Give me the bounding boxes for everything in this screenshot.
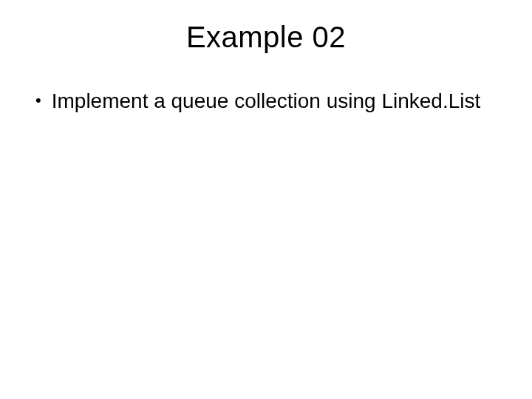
list-item: • Implement a queue collection using Lin… [35, 88, 502, 115]
slide-title: Example 02 [118, 21, 414, 54]
slide-container: Example 02 • Implement a queue collectio… [0, 0, 532, 399]
bullet-text: Implement a queue collection using Linke… [52, 88, 502, 115]
slide-content: • Implement a queue collection using Lin… [30, 88, 502, 115]
bullet-marker: • [35, 88, 41, 112]
